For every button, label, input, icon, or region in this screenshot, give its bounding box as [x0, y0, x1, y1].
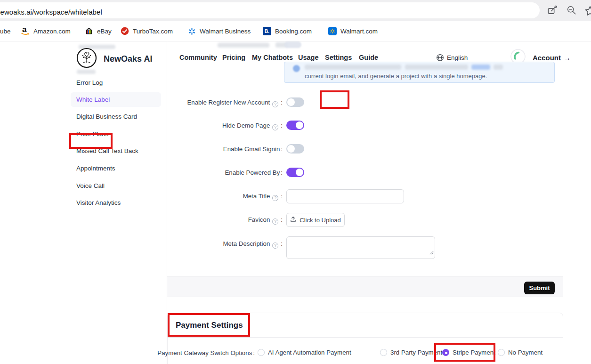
- walmart-spark-icon: [187, 27, 196, 35]
- annotation-settings-tab: [320, 90, 349, 109]
- help-icon[interactable]: ?: [272, 124, 278, 130]
- bookmark-label: TurboTax.com: [133, 28, 173, 35]
- toggle-enable-register-new-account[interactable]: [286, 97, 304, 107]
- page-body: NewOaks AI Error Log White Label Digital…: [0, 41, 591, 364]
- label-favicon: Favicon?:: [132, 216, 283, 225]
- address-bar[interactable]: newoaks.ai/workspace/whitelabel: [0, 2, 540, 18]
- meta-description-field: [286, 236, 435, 259]
- radio-ai-agent-automation-payment[interactable]: AI Agent Automation Payment: [258, 349, 351, 356]
- bookmark-ebay[interactable]: eBay: [85, 21, 112, 41]
- info-banner: current login email, and generate a proj…: [284, 62, 555, 83]
- radio-circle[interactable]: [498, 349, 505, 356]
- redacted-link: [471, 65, 490, 70]
- bookmark-label: Walmart.com: [340, 28, 378, 35]
- bookmark-label: eBay: [97, 28, 112, 35]
- help-icon[interactable]: ?: [272, 243, 278, 249]
- share-icon[interactable]: [547, 5, 558, 16]
- bookmark-label: Walmart Business: [200, 28, 251, 35]
- sidebar-item-error-log[interactable]: Error Log: [76, 79, 103, 86]
- walmart-tile-icon: [328, 27, 337, 35]
- nav-pricing[interactable]: Pricing: [222, 54, 245, 61]
- sidebar-item-white-label[interactable]: White Label: [76, 96, 110, 103]
- bookmark-label: ube: [0, 28, 11, 35]
- favicon-upload-button[interactable]: Click to Upload: [286, 213, 345, 227]
- help-icon[interactable]: ?: [272, 195, 278, 201]
- redacted-toggle: [284, 41, 301, 48]
- account-menu[interactable]: Account→: [533, 54, 571, 62]
- card-right-border: [563, 42, 563, 276]
- radio-label: No Payment: [508, 349, 542, 356]
- bookmark-walmart-com[interactable]: Walmart.com: [328, 21, 378, 41]
- bookmark-turbotax[interactable]: TurboTax.com: [121, 21, 173, 41]
- booking-icon: B.: [263, 27, 271, 35]
- amazon-icon: a: [21, 26, 30, 36]
- bookmarks-bar: ube a Amazon.com: [0, 21, 591, 41]
- brand-name: NewOaks AI: [104, 54, 152, 64]
- toggle-enable-gmail-signin[interactable]: [286, 144, 304, 154]
- help-icon[interactable]: ?: [272, 218, 278, 225]
- toggle-enable-powered-by[interactable]: [286, 168, 304, 177]
- label-meta-description: Meta Description?:: [132, 240, 283, 249]
- zoom-out-icon[interactable]: [567, 5, 577, 16]
- redacted-text: [305, 65, 401, 70]
- label-enable-register-new-account: Enable Register New Account?:: [132, 99, 283, 107]
- form-footer: Submit: [167, 276, 563, 297]
- submit-button[interactable]: Submit: [524, 282, 555, 294]
- favorites-star-icon[interactable]: [584, 5, 591, 16]
- account-label: Account: [533, 54, 561, 62]
- screen: newoaks.ai/workspace/whitelabel ube a: [0, 0, 591, 364]
- resize-handle-icon[interactable]: [429, 248, 434, 257]
- radio-circle[interactable]: [258, 349, 265, 356]
- redacted-text: [77, 70, 96, 74]
- label-enable-powered-by: Enable Powered By:: [132, 169, 283, 176]
- bookmark-walmart-business[interactable]: Walmart Business: [187, 21, 251, 41]
- bookmark-label: Amazon.com: [33, 28, 71, 35]
- sidebar-item-visitor-analytics[interactable]: Visitor Analytics: [76, 199, 121, 206]
- bookmark-label: Booking.com: [275, 28, 312, 35]
- nav-usage[interactable]: Usage: [298, 54, 319, 61]
- sidebar-item-appointments[interactable]: Appointments: [76, 165, 115, 172]
- upload-button-label: Click to Upload: [300, 217, 340, 224]
- turbotax-check-icon: [121, 27, 129, 35]
- help-icon[interactable]: ?: [272, 101, 278, 107]
- label-enable-gmail-signin: Enable Gmail Signin:: [132, 146, 283, 153]
- payment-gateway-label: Payment Gateway Switch Options:: [113, 349, 255, 356]
- address-url[interactable]: newoaks.ai/workspace/whitelabel: [0, 8, 102, 16]
- redacted-text: [494, 65, 503, 70]
- sidebar-item-voice-call[interactable]: Voice Call: [76, 182, 105, 189]
- browser-chrome: newoaks.ai/workspace/whitelabel: [0, 0, 591, 21]
- radio-label: AI Agent Automation Payment: [268, 349, 351, 356]
- redacted-text: [405, 65, 468, 70]
- nav-guide[interactable]: Guide: [359, 54, 378, 61]
- nav-community[interactable]: Community: [179, 54, 217, 61]
- redacted-text: [218, 43, 269, 48]
- radio-3rd-party-payment[interactable]: 3rd Party Payment: [380, 349, 442, 356]
- sidebar-item-digital-business-card[interactable]: Digital Business Card: [76, 113, 137, 120]
- annotation-stripe-payment: [434, 343, 495, 362]
- bookmark-booking[interactable]: B. Booking.com: [263, 21, 312, 41]
- nav-settings[interactable]: Settings: [325, 54, 352, 61]
- toggle-hide-demo-page[interactable]: [286, 121, 304, 130]
- newoaks-logo-icon: [76, 48, 97, 70]
- radio-no-payment[interactable]: No Payment: [498, 349, 542, 356]
- upload-icon: [290, 216, 296, 224]
- label-hide-demo-page: Hide Demo Page?:: [132, 122, 283, 130]
- info-icon: [293, 65, 300, 72]
- divider: [168, 337, 563, 338]
- ebay-bag-icon: [85, 27, 93, 35]
- label-meta-title: Meta Title?:: [132, 193, 283, 201]
- annotation-payment-settings: [168, 313, 250, 337]
- bookmark-amazon[interactable]: a Amazon.com: [21, 21, 71, 41]
- bookmark-youtube[interactable]: ube: [0, 21, 11, 41]
- language-selector[interactable]: English: [447, 54, 468, 61]
- nav-my-chatbots[interactable]: My Chatbots: [252, 54, 293, 61]
- account-arrow-icon: →: [564, 54, 571, 62]
- meta-title-input[interactable]: [286, 189, 404, 203]
- banner-text: current login email, and generate a proj…: [305, 73, 487, 80]
- meta-description-textarea[interactable]: [286, 236, 435, 259]
- annotation-white-label: [69, 133, 113, 149]
- brand: NewOaks AI: [76, 48, 152, 70]
- radio-circle[interactable]: [380, 349, 387, 356]
